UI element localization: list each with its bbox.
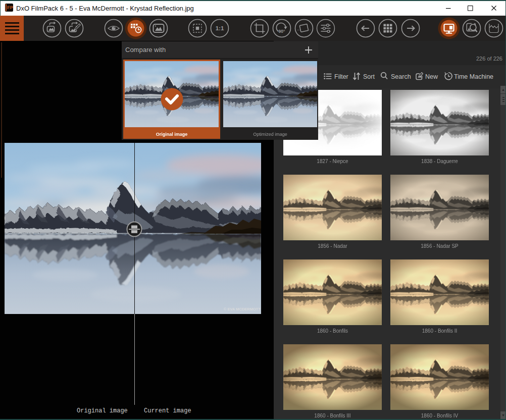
- svg-text:1:1: 1:1: [216, 25, 224, 31]
- svg-text:90°: 90°: [279, 29, 285, 34]
- svg-text:© EVA MCDERMOTT: © EVA MCDERMOTT: [224, 307, 261, 311]
